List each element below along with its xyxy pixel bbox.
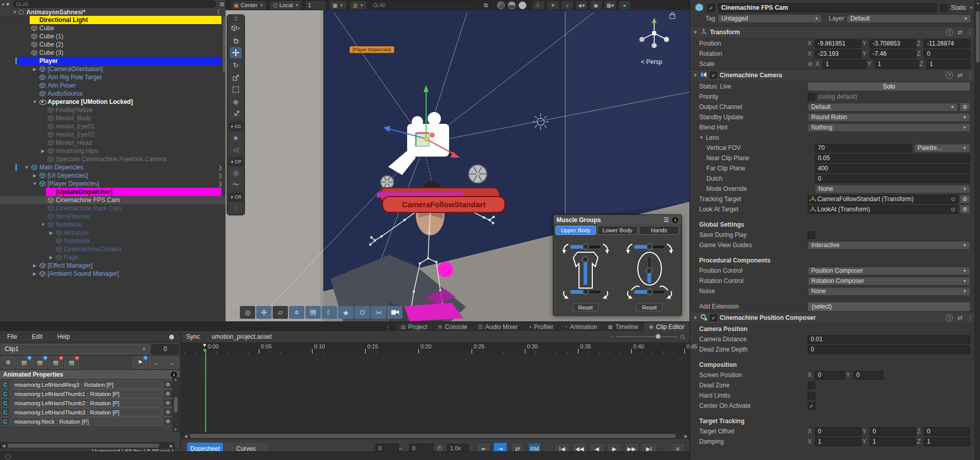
chevron-right-icon[interactable]: ❯ xyxy=(218,165,222,170)
static-checkbox[interactable] xyxy=(940,4,948,12)
menu-help[interactable]: Help xyxy=(50,331,78,342)
foldout-icon[interactable]: ▼ xyxy=(32,99,38,104)
gear-icon[interactable]: ⚙ xyxy=(960,194,970,204)
muscle-groups-header[interactable]: Muscle Groups ☰ i xyxy=(553,215,681,225)
grid-icon[interactable]: 卌 xyxy=(305,306,321,319)
z-field[interactable]: -11.26874 xyxy=(924,39,970,48)
hierarchy-item[interactable]: Player xyxy=(0,57,226,65)
menu-edit[interactable]: Edit xyxy=(25,331,50,342)
active-checkbox[interactable]: ✓ xyxy=(707,4,715,12)
lock-icon[interactable] xyxy=(670,14,675,19)
z-field[interactable]: 1 xyxy=(924,437,970,446)
lighting-icon[interactable]: ☀ xyxy=(547,1,559,10)
hierarchy-item[interactable]: Cube (3) xyxy=(0,49,226,57)
hierarchy-item[interactable]: Directional Light xyxy=(0,16,226,24)
tab-clip-editor[interactable]: ◉Clip Editor xyxy=(644,322,689,331)
hierarchy-item[interactable]: Notebook xyxy=(0,237,226,245)
view-options-dropdown[interactable]: ▼ xyxy=(230,23,242,34)
property-field[interactable]: 400 xyxy=(815,164,970,173)
property-field[interactable]: 0 xyxy=(808,345,970,354)
hierarchy-item[interactable]: ▶mixamorig:Hips xyxy=(0,147,226,155)
foldout-icon[interactable]: ▶ xyxy=(32,173,38,178)
hierarchy-item[interactable]: Mevlut_Head xyxy=(0,139,226,147)
foldout-icon[interactable]: ▼ xyxy=(699,135,704,140)
foldout-icon[interactable]: ▶ xyxy=(32,67,38,72)
foldout-icon[interactable]: ▼ xyxy=(32,181,38,186)
gizmos-dropdown-icon[interactable]: ▦▾ xyxy=(604,1,616,10)
animated-property-field[interactable]: mixamorig:LeftHandThumb3 : Rotation [P] xyxy=(11,408,162,417)
animated-property-field[interactable]: mixamorig:Neck : Rotation [P] xyxy=(11,417,162,426)
foldout-icon[interactable]: ▼ xyxy=(11,10,18,15)
hierarchy-item[interactable]: mevlut_Eye02 xyxy=(0,130,226,139)
property-dropdown[interactable]: Position Composer▼ xyxy=(808,267,970,275)
object-reference-field[interactable]: LookAt (Transform)⊙ xyxy=(808,205,958,214)
foldout-icon[interactable]: ▶ xyxy=(48,230,54,235)
cc-pose-icon[interactable]: ◈ xyxy=(230,132,242,143)
add-object-button[interactable]: + ▾ xyxy=(0,1,11,8)
hierarchy-item[interactable]: [UpdateDispatcher] xyxy=(0,188,226,196)
x-field[interactable]: 1 xyxy=(815,437,861,446)
foldout-icon[interactable]: ▶ xyxy=(48,255,54,260)
property-field[interactable]: 0 xyxy=(815,174,970,183)
settings-gear-button[interactable]: ⚙ xyxy=(1,357,15,368)
orbit-icon[interactable]: ◎ xyxy=(240,306,255,319)
next-frame-button[interactable]: → xyxy=(165,357,179,368)
hierarchy-item[interactable]: ▶[Effect Manager] xyxy=(0,261,226,270)
head-muscle-diagram[interactable] xyxy=(622,237,677,302)
hierarchy-item[interactable]: Cinemachine Back Cam xyxy=(0,204,226,212)
hierarchy-item[interactable]: ▶[UI Depencies]❯ xyxy=(0,171,226,180)
object-reference-field[interactable]: CameraFollowStandart (Transform)⊙ xyxy=(808,195,958,204)
hierarchy-item[interactable]: ▼[Player Depencies]❯ xyxy=(0,180,226,188)
muscle-tab-hands[interactable]: Hands xyxy=(639,226,679,235)
foldout-icon[interactable]: ▼ xyxy=(693,73,698,78)
gear-icon[interactable]: ⚙ xyxy=(163,399,173,407)
move-tool-icon[interactable] xyxy=(230,47,242,58)
animated-property-field[interactable]: mixamorig:LeftHandThumb2 : Rotation [P] xyxy=(11,399,162,407)
gear-icon[interactable]: ⚙ xyxy=(960,205,970,214)
add-clip-button[interactable]: ▤+ xyxy=(17,357,31,368)
scroll-down-icon[interactable]: ▼ xyxy=(174,428,177,431)
kebab-menu-icon[interactable]: ⋮ xyxy=(967,29,973,36)
hierarchy-item[interactable]: ▶Armature xyxy=(0,229,226,237)
property-dropdown[interactable]: Default▼ xyxy=(808,103,958,112)
overlay-section-cp[interactable]: ▼CP xyxy=(229,158,243,166)
maximize-icon[interactable]: ⧉ xyxy=(218,1,226,8)
hand-tool-icon[interactable] xyxy=(230,35,242,46)
foldout-icon[interactable]: ▶ xyxy=(32,263,38,268)
help-icon[interactable]: ? xyxy=(946,29,953,36)
kebab-menu-icon[interactable]: ⋮ xyxy=(215,9,221,16)
torso-muscle-diagram[interactable] xyxy=(558,237,613,302)
component-header[interactable]: ▼✓Cinemachine Camera?⇄⋮ xyxy=(690,70,980,81)
object-picker-icon[interactable]: ⊙ xyxy=(951,206,955,213)
palette-dropdown[interactable]: Palette...▼ xyxy=(914,144,970,152)
prev-frame-button[interactable]: ← xyxy=(149,357,163,368)
hierarchy-item[interactable]: Cube (2) xyxy=(0,40,226,49)
dopesheet-grid[interactable] xyxy=(181,354,689,432)
x-field[interactable]: 0 xyxy=(815,427,861,436)
settings-sliders-icon[interactable]: ≑ xyxy=(289,306,304,319)
property-field[interactable]: 70 xyxy=(815,144,912,152)
component-header[interactable]: ▼Transform?⇄⋮ xyxy=(690,27,980,38)
x-field[interactable]: 1 xyxy=(822,60,866,69)
clip-selector[interactable]: Clip1⇕ xyxy=(1,344,149,354)
menu-file[interactable]: File xyxy=(0,331,25,342)
foldout-icon[interactable]: ▼ xyxy=(693,315,698,320)
property-field[interactable]: 0.05 xyxy=(815,154,970,163)
kebab-menu-icon[interactable]: ⋮ xyxy=(381,324,395,331)
foldout-icon[interactable]: ▶ xyxy=(40,148,46,154)
hierarchy-item[interactable]: ▼Notebook xyxy=(0,221,226,229)
maximize-icon[interactable]: ⧉ xyxy=(482,2,489,9)
overlay-section-cr[interactable]: ▼CR xyxy=(229,193,243,201)
scene-header-row[interactable]: ▼ ⬡ AnimasyonSahnesi* ⋮ xyxy=(0,8,226,16)
y-field[interactable]: -7.46 xyxy=(870,50,916,58)
hierarchy-item[interactable]: ItemPreview xyxy=(0,212,226,221)
hierarchy-item[interactable]: Aim Rig Pole Target xyxy=(0,73,226,81)
gear-icon[interactable]: ⚙ xyxy=(960,102,970,112)
player-dependencies-scene-label[interactable]: [Player Depencies] xyxy=(349,46,394,53)
tab-timeline[interactable]: ▦Timeline xyxy=(603,322,643,331)
enable-checkbox[interactable]: ✓ xyxy=(710,72,717,79)
grid-size-field[interactable]: 1 xyxy=(305,1,326,10)
property-dropdown[interactable]: None▼ xyxy=(808,287,970,296)
solo-button[interactable]: Solo xyxy=(808,82,970,91)
rotate-tool-icon[interactable]: ↻ xyxy=(230,59,242,71)
